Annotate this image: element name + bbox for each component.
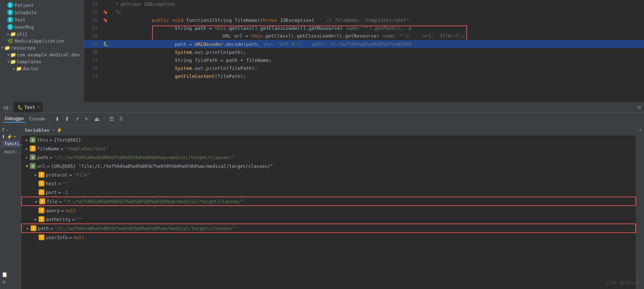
var-item-filename[interactable]: ▶ f fileName = "templates/test" xyxy=(21,144,636,153)
f-icon-authority: f xyxy=(39,216,44,222)
chevron-down-icon-resources: ▼ xyxy=(1,46,4,50)
c-icon-usermsg: C xyxy=(7,24,13,30)
tree-item-util[interactable]: ▶ 📁 util xyxy=(0,31,83,37)
c-icon-test: C xyxy=(7,17,13,23)
var-item-file[interactable]: ▶ f file = "/C:/%e7%94%a8%e6%88%b7%e6%95… xyxy=(21,197,636,206)
folder-icon-resources: 📁 xyxy=(4,45,10,51)
obj-icon-url: ≡ xyxy=(30,163,36,169)
console-tab-btn[interactable]: Console xyxy=(27,116,47,122)
show-variables-btn[interactable]: ⠿ xyxy=(117,115,125,123)
expand-path-nested[interactable]: ▶ xyxy=(25,225,31,231)
debug-main-row: F ▾ ⬇ ⚡ + functi... main:... 📋 👁 xyxy=(0,125,644,289)
step-out-btn[interactable]: ↗ xyxy=(73,115,81,123)
var-item-userinfo[interactable]: f userInfo = null xyxy=(21,233,636,242)
vars-add-btn[interactable]: + xyxy=(52,127,55,133)
right-mini-col: ⬇ xyxy=(636,125,644,289)
load-btn[interactable]: ⬇ xyxy=(639,127,642,133)
debug-tab-close[interactable]: ✕ xyxy=(37,105,40,110)
frames-filter-btn[interactable]: ⚡ xyxy=(7,134,12,139)
vars-filter-btn[interactable]: ⚡ xyxy=(56,127,62,133)
var-item-host[interactable]: f host = "" xyxy=(21,179,636,188)
variables-scroll[interactable]: ▶ ≡ this = {Test@501} ▶ f fileName = "te… xyxy=(21,135,636,289)
frames-add-btn[interactable]: + xyxy=(13,134,16,139)
var-item-path-top[interactable]: ▶ ≡ path = "/C:/%e7%94%a8%e6%88%b7%e6%95… xyxy=(21,153,636,162)
callstack-item-main[interactable]: main:... xyxy=(1,148,19,155)
spring-icon-medical-app: 🌿 xyxy=(7,38,13,44)
debug-toolbar-row: Debugger Console ⬇ ⬆ ↗ ↖ ⏏ ☰ ⠿ xyxy=(0,113,644,125)
tree-item-resources[interactable]: ▼ 📁 resources xyxy=(0,44,83,51)
tree-item-usermsg[interactable]: C UserMsg xyxy=(0,23,83,31)
line-content-33: getFileContent(filePath); xyxy=(109,72,644,80)
code-line-33: 33 getFileContent(filePath); xyxy=(84,72,644,80)
gutter-extra-29: 🐛 xyxy=(102,40,109,48)
f-icon-path-nested: f xyxy=(31,225,36,231)
tree-item-templates[interactable]: ▼ 📁 templates xyxy=(0,58,83,65)
frames-dropdown-icon[interactable]: ▾ xyxy=(6,128,9,132)
expand-this[interactable]: ▶ xyxy=(24,137,30,143)
settings-btn[interactable]: ⚙ xyxy=(637,104,644,111)
tree-item-schedule[interactable]: C Schedule xyxy=(0,9,83,16)
chevron-down-icon-templates: ▼ xyxy=(7,60,9,64)
callstack-item-functi[interactable]: functi... xyxy=(1,140,19,147)
tree-item-patient[interactable]: C Patient xyxy=(0,1,83,9)
vars-header-row: Variables + ⚡ xyxy=(21,125,636,135)
main-layout: C Patient C Schedule C Test C UserMsg ▶ … xyxy=(0,0,644,289)
debug-tab-test[interactable]: 🐛 Test ✕ xyxy=(14,102,44,112)
line-num-29: 29 xyxy=(84,40,102,48)
tree-label-templates: templates xyxy=(17,59,42,64)
f-icon-host: f xyxy=(39,181,44,186)
expand-protocol[interactable]: ▶ xyxy=(33,172,39,178)
f-icon-filename: f xyxy=(30,146,36,151)
line-num-30: 30 xyxy=(84,48,102,56)
var-item-this[interactable]: ▶ ≡ this = {Test@501} xyxy=(21,135,636,144)
var-item-query[interactable]: f query = null xyxy=(21,206,636,215)
expand-authority[interactable]: ▶ xyxy=(33,216,39,222)
obj-icon-path-top: ≡ xyxy=(30,154,36,160)
chevron-down-icon-dao: ▼ xyxy=(7,53,9,57)
folder-icon-doctor: 📁 xyxy=(16,66,22,71)
code-line-24: 24 * @throws IOException xyxy=(84,0,644,8)
gutter-extra-32 xyxy=(102,64,109,72)
frames-col: F ▾ ⬇ ⚡ + functi... main:... 📋 👁 xyxy=(0,125,21,289)
evaluate-btn[interactable]: ⏏ xyxy=(92,115,101,123)
step-into-btn[interactable]: ⬆ xyxy=(63,115,71,123)
line-content-24: * @throws IOException xyxy=(109,0,644,8)
var-item-protocol[interactable]: ▶ f protocol = "file" xyxy=(21,170,636,179)
expand-file[interactable]: ▶ xyxy=(33,198,39,204)
tree-item-doctor[interactable]: ▶ 📁 doctor xyxy=(0,65,83,72)
var-item-authority[interactable]: ▶ f authority = "" xyxy=(21,215,636,223)
gutter-extra-33 xyxy=(102,72,109,80)
step-over-btn[interactable]: ⬇ xyxy=(53,115,62,123)
var-item-path-nested[interactable]: ▶ f path = "/C:/%e7%94%a8%e6%88%b7%e6%95… xyxy=(21,223,636,233)
tree-label-dao: com.example.medical.dao xyxy=(17,52,80,58)
debug-prefix-label: ug: xyxy=(0,105,14,110)
eye-icon[interactable]: 👁 xyxy=(1,280,7,285)
f-icon-protocol: f xyxy=(39,172,44,178)
show-frames-btn[interactable]: ☰ xyxy=(107,115,116,123)
gutter-extra-26: 🔖 xyxy=(102,16,109,24)
run-to-cursor-btn[interactable]: ↖ xyxy=(83,115,91,123)
var-item-port[interactable]: f port = -1 xyxy=(21,188,636,197)
expand-path-top[interactable]: ▶ xyxy=(24,154,30,160)
debugger-tab-btn[interactable]: Debugger xyxy=(3,115,26,123)
expand-url[interactable]: ▼ xyxy=(24,163,30,169)
tree-label-resources: resources xyxy=(11,45,36,51)
copy-icon[interactable]: 📋 xyxy=(1,272,8,277)
var-item-url[interactable]: ▼ ≡ url = {URL@505} "file:/C:/%e7%94%a8%… xyxy=(21,162,636,170)
frames-down-btn[interactable]: ⬇ xyxy=(1,134,5,139)
tree-item-medical-app[interactable]: 🌿 MedicalApplication xyxy=(0,37,83,44)
vars-inline-icons: + ⚡ xyxy=(52,127,63,133)
line-num-24: 24 xyxy=(84,0,102,8)
debug-panel: ug: 🐛 Test ✕ ⚙ Debugger Console ⬇ ⬆ ↗ ↖ … xyxy=(0,102,644,289)
obj-icon-this: ≡ xyxy=(30,137,36,143)
chevron-right-icon-doctor: ▶ xyxy=(13,67,15,71)
tree-item-test[interactable]: C Test xyxy=(0,16,83,23)
expand-filename[interactable]: ▶ xyxy=(24,146,30,151)
tree-label-patient: Patient xyxy=(15,3,34,8)
tree-item-dao[interactable]: ▼ 📁 com.example.medical.dao xyxy=(0,51,83,58)
variables-col: Variables + ⚡ ▶ ≡ this = {Test@501} xyxy=(21,125,636,289)
variables-header: Variables xyxy=(25,127,50,133)
tree-label-schedule: Schedule xyxy=(15,10,36,15)
gutter-extra-31 xyxy=(102,56,109,64)
tree-label-test: Test xyxy=(15,17,25,23)
